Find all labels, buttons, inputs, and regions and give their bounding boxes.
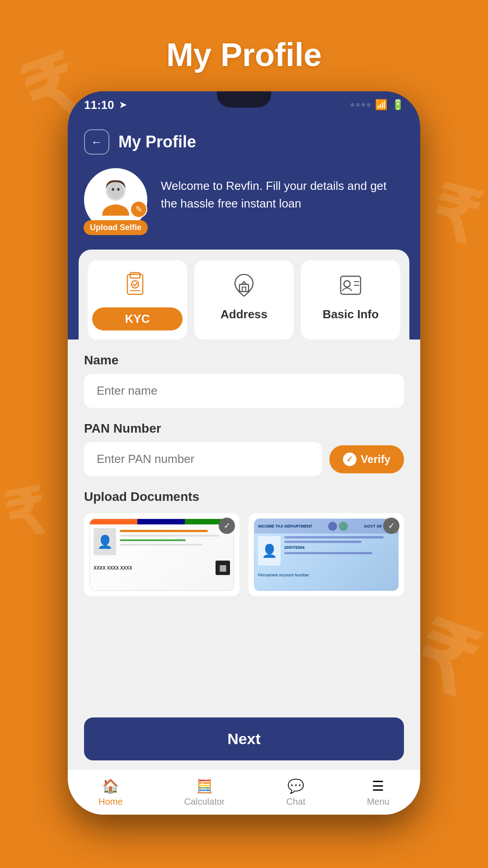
pan-details: 20/07/2004 <box>284 536 394 566</box>
tab-address-label: Address <box>221 307 267 321</box>
phone-frame: 11:10 ➤ 📶 🔋 ← My Profile <box>68 91 420 815</box>
tabs-inner: KYC Address <box>79 250 409 340</box>
pan-label: PAN Number <box>84 421 404 436</box>
pan-logo-2 <box>339 522 348 531</box>
pan-check-icon: ✓ <box>383 518 399 534</box>
aadhaar-check-icon: ✓ <box>219 518 235 534</box>
svg-point-9 <box>344 281 350 287</box>
aadhaar-top-strip <box>90 519 234 524</box>
back-icon: ← <box>91 135 103 149</box>
tab-kyc-label: KYC <box>92 307 183 330</box>
svg-point-3 <box>117 188 120 191</box>
name-label: Name <box>84 353 404 368</box>
pan-govt-logos <box>328 522 348 531</box>
bottom-nav: 🏠 Home 🧮 Calculator 💬 Chat ☰ Menu <box>68 769 420 815</box>
calculator-icon: 🧮 <box>196 778 213 794</box>
nav-menu[interactable]: ☰ Menu <box>367 778 389 807</box>
aadhaar-person-icon: 👤 <box>94 528 116 555</box>
wifi-icon: 📶 <box>375 99 387 111</box>
notch <box>217 91 271 108</box>
chat-label: Chat <box>286 797 305 807</box>
pan-input[interactable] <box>84 442 322 476</box>
header: ← My Profile <box>68 118 420 168</box>
profile-section: ✎ Upload Selfie Welcome to Revfin. Fill … <box>68 168 420 250</box>
signal-dot-2 <box>356 103 360 107</box>
chat-icon: 💬 <box>287 778 304 794</box>
aadhaar-lines <box>120 528 230 555</box>
svg-rect-7 <box>239 284 249 292</box>
pan-card: INCOME TAX DEPARTMENT GOVT OF INDIA 👤 <box>254 519 399 591</box>
pan-logo-1 <box>328 522 337 531</box>
avatar-person-svg <box>93 175 138 225</box>
aadhaar-line-2 <box>120 535 219 537</box>
pan-header: INCOME TAX DEPARTMENT GOVT OF INDIA <box>254 519 398 533</box>
pan-account-label: Permanent Account Number <box>254 568 398 580</box>
welcome-text: Welcome to Revfin. Fill your details and… <box>161 173 404 212</box>
verify-label: Verify <box>361 453 390 466</box>
form-area: Name PAN Number ✓ Verify Upload Document… <box>68 340 420 708</box>
aadhaar-qr: ▦ <box>216 561 230 575</box>
aadhaar-line-3 <box>120 539 186 541</box>
navigation-icon: ➤ <box>119 99 127 111</box>
status-icons: 📶 🔋 <box>351 99 404 111</box>
status-time: 11:10 <box>84 98 114 112</box>
upload-docs-label: Upload Documents <box>84 490 404 504</box>
tab-basic-info-label: Basic Info <box>323 307 379 321</box>
aadhaar-line-1 <box>120 530 208 532</box>
page-title: My Profile <box>166 36 322 73</box>
pan-dept-text: INCOME TAX DEPARTMENT <box>258 524 312 528</box>
pan-line-3 <box>284 552 372 554</box>
kyc-icon <box>122 269 153 301</box>
basic-info-icon <box>335 269 366 301</box>
menu-icon: ☰ <box>372 778 384 794</box>
name-input[interactable] <box>84 374 404 408</box>
svg-rect-5 <box>130 273 140 278</box>
next-button[interactable]: Next <box>84 717 404 760</box>
header-title: My Profile <box>118 132 196 151</box>
aadhaar-line-4 <box>120 544 202 546</box>
avatar-container: ✎ Upload Selfie <box>84 168 147 231</box>
pan-row: ✓ Verify <box>84 442 404 476</box>
svg-point-6 <box>131 281 139 288</box>
address-icon <box>228 269 260 301</box>
signal-dot-3 <box>361 103 365 107</box>
pan-account-text: Permanent Account Number <box>258 573 309 577</box>
next-button-container: Next <box>68 708 420 769</box>
pan-date: 20/07/2004 <box>284 545 394 550</box>
signal-dot-4 <box>367 103 371 107</box>
tab-address[interactable]: Address <box>194 260 294 340</box>
nav-chat[interactable]: 💬 Chat <box>286 778 305 807</box>
aadhaar-body: 👤 <box>90 524 234 559</box>
verify-check-icon: ✓ <box>343 453 357 466</box>
aadhaar-number: XXXX XXXX XXXX <box>94 566 132 571</box>
svg-point-1 <box>108 183 124 199</box>
svg-point-2 <box>112 188 114 191</box>
menu-label: Menu <box>367 797 389 807</box>
edit-icon: ✎ <box>136 204 142 214</box>
tabs-section: KYC Address <box>68 250 420 340</box>
pan-line-2 <box>284 541 361 543</box>
tab-basic-info[interactable]: Basic Info <box>301 260 400 340</box>
aadhaar-card-container[interactable]: ✓ 👤 <box>84 513 239 596</box>
nav-home[interactable]: 🏠 Home <box>99 778 122 807</box>
battery-icon: 🔋 <box>392 99 404 111</box>
pan-line-1 <box>284 536 384 538</box>
pan-body: 👤 20/07/2004 <box>254 533 398 568</box>
docs-row: ✓ 👤 <box>84 513 404 596</box>
aadhaar-card: 👤 XXXX XXXX XXXX <box>89 519 234 591</box>
pan-card-container[interactable]: ✓ INCOME TAX DEPARTMENT GOVT OF INDIA 👤 <box>249 513 404 596</box>
calculator-label: Calculator <box>184 797 225 807</box>
tab-kyc[interactable]: KYC <box>88 260 187 340</box>
nav-calculator[interactable]: 🧮 Calculator <box>184 778 225 807</box>
signal-dots <box>351 103 371 107</box>
back-button[interactable]: ← <box>84 129 109 155</box>
pan-photo: 👤 <box>258 536 281 566</box>
app-content: ← My Profile <box>68 118 420 815</box>
verify-button[interactable]: ✓ Verify <box>329 445 404 473</box>
upload-selfie-label[interactable]: Upload Selfie <box>84 220 148 235</box>
home-label: Home <box>99 797 122 807</box>
signal-dot-1 <box>351 103 354 107</box>
home-icon: 🏠 <box>102 778 119 794</box>
edit-badge[interactable]: ✎ <box>130 201 147 218</box>
